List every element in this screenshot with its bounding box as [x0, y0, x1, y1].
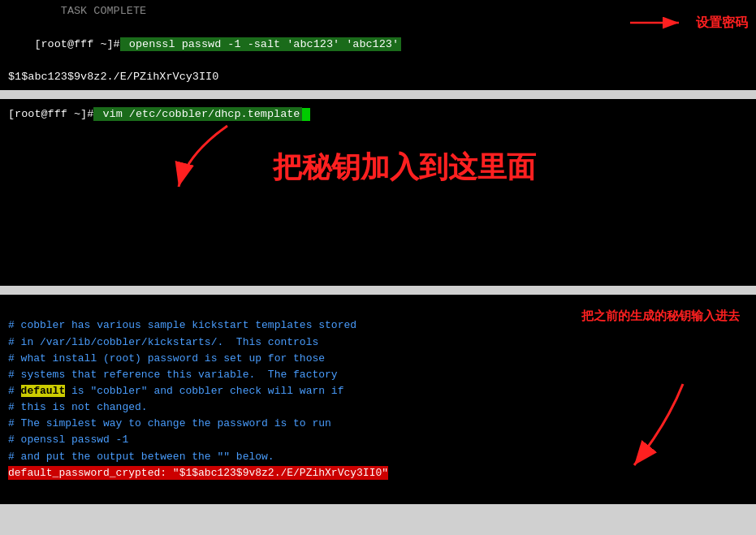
top-panel: TASK COMPLETE [root@fff ~]# openssl pass… — [0, 0, 756, 90]
openssl-cmd: openssl passwd -1 -salt 'abc123' 'abc123… — [120, 37, 401, 51]
vim-line-6: # this is not changed. — [8, 401, 148, 413]
vim-line-3: # what install (root) password is set up… — [8, 352, 325, 365]
prompt-top: [root@fff ~]# — [34, 38, 119, 50]
bottom-panel: # cobbler has various sample kickstart t… — [0, 295, 756, 504]
set-password-label: 设置密码 — [696, 15, 748, 32]
vim-cmd-line: [root@fff ~]# vim /etc/cobbler/dhcp.temp… — [8, 106, 748, 123]
vim-line-5: # default is "cobbler" and cobbler check… — [8, 385, 343, 397]
default-highlight: default — [21, 385, 66, 397]
arrow-down-icon — [162, 122, 309, 203]
bottom-annotation-text: 把之前的生成的秘钥输入进去 — [581, 308, 740, 322]
vim-last-line: default_password_crypted: "$1$abc123$9v8… — [8, 466, 388, 480]
hash-output: $1$abc123$9v8z2./E/PZihXrVcy3II0 — [8, 69, 748, 85]
vim-line-1: # cobbler has various sample kickstart t… — [8, 319, 356, 331]
big-annotation-text: 把秘钥加入到这里面 — [273, 148, 536, 188]
vim-cmd: vim /etc/cobbler/dhcp.template — [93, 107, 302, 121]
arrow-right-icon — [626, 6, 691, 39]
vim-line-9: # and put the output between the "" belo… — [8, 451, 274, 463]
vim-line-4: # systems that reference this variable. … — [8, 369, 338, 381]
cursor — [302, 108, 310, 121]
arrow-to-last-line-icon — [585, 376, 715, 481]
bottom-annotation: 把之前的生成的秘钥输入进去 — [581, 307, 744, 324]
vim-line-7: # The simplest way to change the passwor… — [8, 417, 331, 429]
vim-line-8: # openssl passwd -1 — [8, 434, 128, 446]
middle-panel: [root@fff ~]# vim /etc/cobbler/dhcp.temp… — [0, 99, 756, 286]
prompt-middle: [root@fff ~]# — [8, 108, 93, 120]
password-annotation: 设置密码 — [626, 6, 748, 39]
vim-line-2: # in /var/lib/cobbler/kickstarts/. This … — [8, 336, 318, 348]
